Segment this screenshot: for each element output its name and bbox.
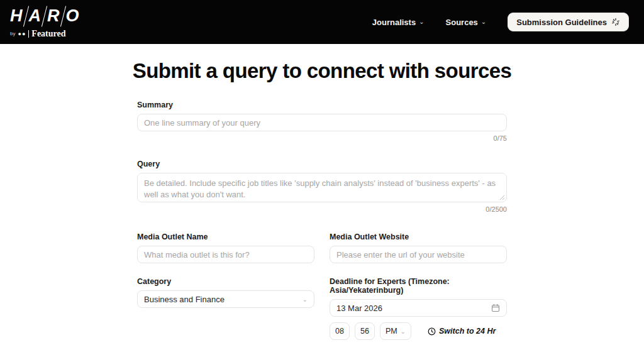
switch-to-24hr-label: Switch to 24 Hr	[439, 327, 496, 336]
category-label: Category	[137, 277, 314, 286]
nav-journalists[interactable]: Journalists ⌄	[372, 18, 425, 27]
clock-icon	[428, 327, 436, 336]
logo-divider	[28, 30, 29, 38]
page-title: Submit a query to connect with sources	[0, 59, 644, 83]
haro-wordmark: HARO	[10, 6, 80, 27]
summary-label: Summary	[137, 101, 507, 109]
featured-sub-logo: by ●● Featured	[10, 29, 80, 39]
summary-field: Summary 0/75	[137, 101, 507, 143]
media-outlet-website-field: Media Outlet Website	[330, 232, 507, 263]
deadline-label: Deadline for Experts (Timezone: Asia/Yek…	[330, 277, 507, 295]
chevron-down-icon: ⌄	[401, 328, 406, 335]
nav-sources[interactable]: Sources ⌄	[446, 18, 487, 27]
category-selected-value: Business and Finance	[144, 295, 225, 304]
category-deadline-row: Category Business and Finance ⌄ Deadline…	[137, 277, 507, 340]
sparkle-icon	[611, 18, 620, 26]
featured-wordmark: Featured	[31, 29, 65, 39]
deadline-date-input[interactable]: 13 Mar 2026	[330, 299, 507, 317]
media-outlet-row: Media Outlet Name Media Outlet Website	[137, 232, 507, 263]
header-nav: Journalists ⌄ Sources ⌄ Submission Guide…	[372, 13, 629, 31]
query-char-counter: 0/2500	[137, 205, 507, 214]
nav-journalists-label: Journalists	[372, 18, 416, 27]
nav-sources-label: Sources	[446, 18, 478, 27]
haro-logo[interactable]: HARO by ●● Featured	[8, 6, 80, 39]
deadline-field: Deadline for Experts (Timezone: Asia/Yek…	[330, 277, 507, 340]
chevron-down-icon: ⌄	[303, 296, 308, 303]
switch-to-24hr-button[interactable]: Switch to 24 Hr	[428, 327, 496, 336]
summary-input[interactable]	[137, 114, 507, 131]
media-outlet-name-field: Media Outlet Name	[137, 232, 314, 263]
media-outlet-name-label: Media Outlet Name	[137, 232, 314, 241]
meridiem-value: PM	[386, 327, 397, 336]
category-field: Category Business and Finance ⌄	[137, 277, 314, 340]
deadline-minute-input[interactable]	[355, 322, 375, 340]
submission-guidelines-button[interactable]: Submission Guidelines	[508, 13, 629, 31]
media-outlet-name-input[interactable]	[137, 246, 314, 263]
query-textarea[interactable]	[137, 173, 507, 202]
category-select[interactable]: Business and Finance ⌄	[137, 290, 314, 308]
chevron-down-icon: ⌄	[419, 19, 424, 25]
query-label: Query	[137, 160, 507, 168]
deadline-meridiem-select[interactable]: PM ⌄	[380, 322, 411, 340]
query-form: Summary 0/75 Query 0/2500 Media Outlet N…	[137, 101, 507, 350]
chevron-down-icon: ⌄	[481, 19, 486, 25]
deadline-date-value: 13 Mar 2026	[336, 304, 382, 313]
logo-slash	[42, 6, 47, 26]
deadline-time-row: PM ⌄ Switch to 24 Hr	[330, 322, 507, 340]
logo-by-text: by	[10, 31, 15, 36]
logo-slash	[23, 6, 28, 26]
media-outlet-website-label: Media Outlet Website	[330, 232, 507, 241]
featured-quotes-icon: ●●	[18, 31, 26, 37]
logo-slash	[60, 6, 65, 26]
summary-char-counter: 0/75	[137, 134, 507, 143]
deadline-hour-input[interactable]	[330, 322, 350, 340]
submission-guidelines-label: Submission Guidelines	[516, 18, 607, 27]
query-field: Query 0/2500	[137, 160, 507, 214]
top-navigation-bar: HARO by ●● Featured Journalists ⌄ Source…	[0, 0, 644, 44]
calendar-icon[interactable]	[491, 304, 500, 312]
media-outlet-website-input[interactable]	[330, 246, 507, 263]
